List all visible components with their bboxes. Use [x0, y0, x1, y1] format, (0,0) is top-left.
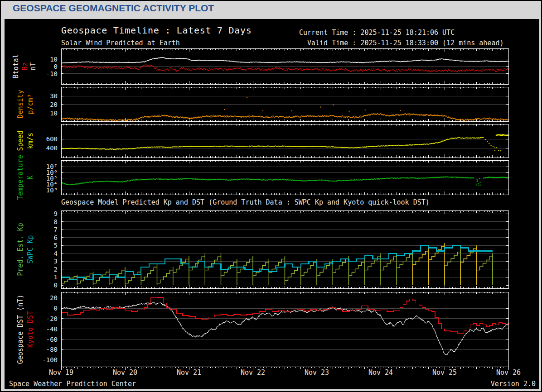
- axis-label-btotal: Btotal: [12, 54, 20, 78]
- series-kyoto-dst: [61, 297, 508, 333]
- x-axis-label: Nov 22: [241, 368, 265, 377]
- chart-subtitle: Solar Wind Predicted at Earth: [61, 39, 180, 47]
- tick-label-kp: 7: [54, 226, 58, 233]
- tick-label-kp: 5: [54, 242, 58, 249]
- tick-label-imf: 0: [54, 63, 58, 70]
- axis-label-swpc-kp: SWPC Kp: [26, 235, 34, 263]
- x-axis-label: Nov 20: [113, 368, 137, 377]
- tick-label-temperature: 10³: [46, 186, 58, 194]
- x-axis-label: Nov 25: [432, 368, 457, 377]
- tick-label-dst: -20: [46, 315, 58, 322]
- axis-label-bz: Bz: [21, 62, 29, 70]
- tick-label-dst: -40: [46, 325, 58, 333]
- mid-section-title: Geospace Model Predicted Kp and DST (Gro…: [61, 198, 430, 206]
- tick-label-imf: -10: [46, 70, 58, 77]
- footer-source-label: Space Weather Prediction Center: [9, 380, 136, 388]
- x-axis-label: Nov 19: [49, 368, 73, 377]
- x-axis-label: Nov 23: [305, 368, 329, 377]
- tick-label-kp: 6: [54, 234, 58, 241]
- tick-label-imf: 10: [50, 56, 58, 63]
- tick-label-kp: 0: [54, 282, 58, 289]
- chart-frame: 100-10BtotalBznT302010Densityp/cm³600400…: [5, 19, 539, 389]
- series-swpc-kp: [61, 245, 493, 280]
- chart-title: Geospace Timeline : Latest 7 Days: [61, 25, 252, 36]
- axis-label-speed: Speed: [16, 130, 24, 151]
- axis-ticks: [61, 124, 508, 158]
- tick-label-density: 20: [50, 101, 58, 108]
- axis-label-km-s: km/s: [26, 133, 34, 149]
- series-density: [61, 97, 509, 121]
- tick-label-density: 10: [50, 110, 58, 117]
- tick-label-dst: 0: [54, 305, 58, 312]
- x-axis-label: Nov 21: [177, 368, 201, 377]
- series-speed-high-stream: [496, 134, 509, 136]
- panel-frame-density: [61, 87, 508, 121]
- series-btotal: [61, 57, 509, 63]
- tick-label-dst: -100: [42, 356, 58, 363]
- tick-label-dst: -80: [46, 346, 58, 353]
- footer-version-label: Version 2.0: [491, 380, 536, 388]
- axis-ticks: [61, 292, 508, 370]
- x-axis-label: Nov 26: [496, 368, 521, 377]
- axis-label-geospace-dst-nt-: Geospace DST (nT): [16, 295, 24, 364]
- tick-label-speed: 600: [46, 135, 58, 143]
- tick-label-kp: 3: [54, 258, 58, 265]
- tick-label-speed: 400: [46, 144, 58, 152]
- axis-label-density: Density: [16, 90, 24, 118]
- axis-label-temperature: Temperature: [16, 155, 24, 200]
- tick-label-kp: 4: [54, 250, 58, 257]
- axis-label-k: K: [26, 175, 34, 179]
- tick-label-dst: -60: [46, 336, 58, 343]
- axis-label-nt: nT: [29, 62, 37, 70]
- x-axis-label: Nov 24: [368, 368, 393, 377]
- valid-time-label: Valid Time : 2025-11-25 18:33:00 (12 min…: [307, 39, 503, 47]
- page-title: GEOSPACE GEOMAGNETIC ACTIVITY PLOT: [13, 3, 214, 14]
- tick-label-kp: 8: [54, 218, 58, 225]
- axis-label-pred-est-kp: Pred. Est. Kp: [16, 223, 24, 276]
- series-bz: [61, 64, 509, 72]
- current-time-label: Current Time : 2025-11-25 18:21:06 UTC: [299, 29, 455, 37]
- tick-label-kp: 2: [54, 266, 58, 273]
- page: GEOSPACE GEOMAGNETIC ACTIVITY PLOT 100-1…: [0, 0, 542, 392]
- tick-label-dst: 20: [50, 294, 58, 301]
- tick-label-kp: 1: [54, 273, 58, 281]
- axis-ticks: [61, 87, 508, 121]
- axis-label-kyoto-dst: Kyoto DST: [26, 311, 34, 348]
- panel-frame-speed: [61, 124, 508, 158]
- axis-label-p-cm-: p/cm³: [26, 94, 34, 114]
- panel-frame-dst: [61, 292, 508, 367]
- tick-label-kp: 9: [54, 210, 58, 217]
- tick-label-density: 30: [50, 92, 58, 100]
